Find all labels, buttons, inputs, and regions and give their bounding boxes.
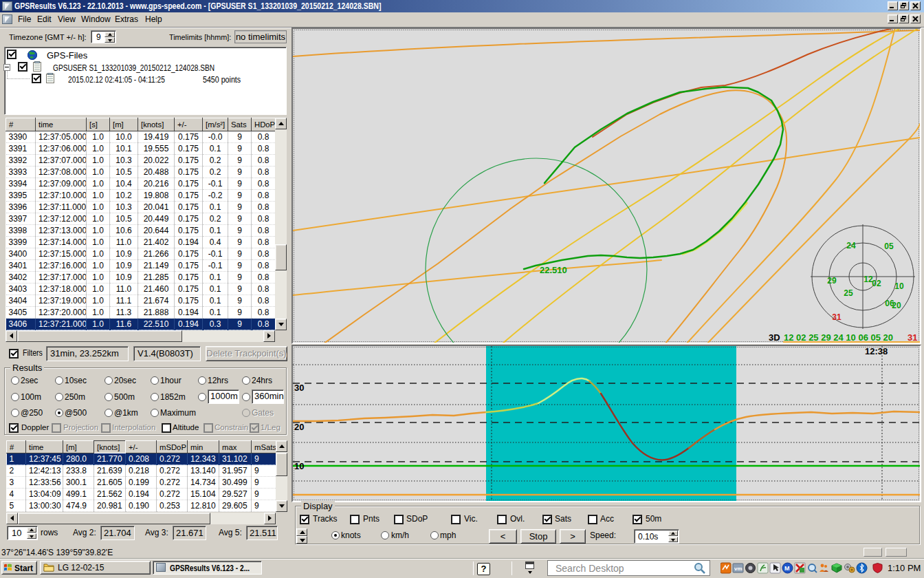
svg-text:12 02 25 29 24 10 06 05 20: 12 02 25 29 24 10 06 05 20 [784, 332, 893, 343]
svg-text:22.510: 22.510 [540, 265, 567, 275]
svg-text:29: 29 [827, 276, 837, 286]
svg-text:10: 10 [894, 281, 904, 291]
svg-text:3D: 3D [769, 332, 780, 343]
svg-text:M: M [784, 565, 790, 572]
svg-text:24: 24 [846, 241, 856, 250]
svg-text:31: 31 [908, 332, 917, 343]
svg-text:10: 10 [294, 461, 304, 471]
svg-text:vm: vm [734, 566, 742, 572]
svg-text:20: 20 [892, 301, 901, 310]
svg-text:12:38: 12:38 [865, 346, 888, 356]
svg-text:05: 05 [884, 242, 894, 251]
svg-text:02: 02 [872, 279, 881, 288]
svg-text:30: 30 [294, 383, 304, 393]
svg-text:31: 31 [832, 312, 842, 322]
svg-text:25: 25 [844, 288, 853, 298]
svg-text:20: 20 [294, 422, 304, 432]
